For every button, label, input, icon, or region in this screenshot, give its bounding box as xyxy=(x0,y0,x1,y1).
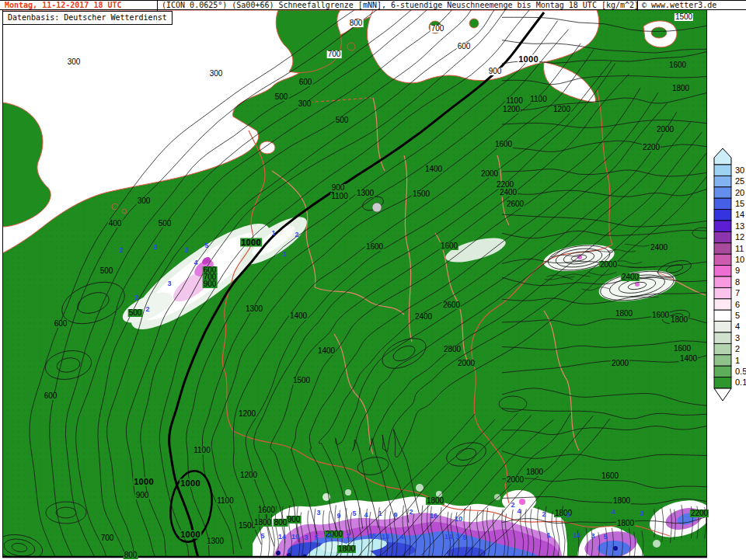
legend-value-label: 7 xyxy=(735,288,740,297)
legend-color-box xyxy=(714,277,731,287)
legend-value-label: 8 xyxy=(735,277,740,287)
legend-color-box xyxy=(714,210,731,221)
legend-value-label: 20 xyxy=(735,188,744,197)
date-label: Montag, 11-12-2017 18 UTC xyxy=(5,1,152,11)
legend-value-label: 4 xyxy=(735,322,740,331)
grey-marker xyxy=(372,203,382,212)
legend-below-arrow xyxy=(714,388,731,401)
legend-color-box xyxy=(714,254,731,265)
legend-value-label: 30 xyxy=(735,165,744,175)
legend-color-box xyxy=(714,355,731,366)
legend-color-box xyxy=(714,231,731,242)
legend-color-box xyxy=(714,366,731,377)
legend-color-box xyxy=(714,377,731,388)
legend-color-box xyxy=(714,165,731,176)
legend-color-box xyxy=(714,243,731,254)
legend-color-box xyxy=(714,187,731,198)
legend-color-box xyxy=(714,322,731,332)
legend-color-box xyxy=(714,266,731,277)
weather-map-page: 3025201514131211109876543210.50.1 300300… xyxy=(0,0,746,560)
header-bar: Montag, 11-12-2017 18 UTC (ICON 0.0625°)… xyxy=(0,0,746,10)
legend-value-label: 3 xyxy=(735,333,740,343)
legend-value-label: 1 xyxy=(735,356,740,365)
legend-value-label: 0.1 xyxy=(735,377,746,387)
legend-value-label: 13 xyxy=(735,221,744,231)
legend-color-box xyxy=(714,287,731,298)
legend-color-box xyxy=(714,176,731,186)
legend-value-label: 15 xyxy=(735,199,744,208)
legend-value-label: 25 xyxy=(735,176,744,186)
model-info-label: (ICON 0.0625°) (Sa00+66) Schneefallgrenz… xyxy=(157,1,637,11)
copyright-link[interactable]: © www.wetter3.de xyxy=(637,1,746,11)
map-canvas: 3025201514131211109876543210.50.1 xyxy=(0,0,746,560)
data-source-box: Datenbasis: Deutscher Wetterdienst xyxy=(2,11,173,25)
legend-value-label: 12 xyxy=(735,232,744,242)
legend-color-box xyxy=(714,310,731,321)
legend-value-label: 0.5 xyxy=(735,367,746,376)
legend-value-label: 2 xyxy=(735,344,740,353)
legend-above-arrow xyxy=(714,148,731,165)
legend-value-label: 11 xyxy=(735,244,744,253)
legend: 3025201514131211109876543210.50.1 xyxy=(714,148,746,401)
legend-color-box xyxy=(714,332,731,343)
legend-color-box xyxy=(714,221,731,231)
ijsselmeer xyxy=(260,141,275,154)
legend-value-label: 5 xyxy=(735,311,740,320)
legend-value-label: 14 xyxy=(735,210,744,219)
legend-value-label: 9 xyxy=(735,266,740,275)
legend-value-label: 10 xyxy=(735,255,744,264)
legend-color-box xyxy=(714,343,731,354)
legend-color-box xyxy=(714,299,731,310)
legend-color-box xyxy=(714,198,731,209)
legend-value-label: 6 xyxy=(735,300,740,309)
